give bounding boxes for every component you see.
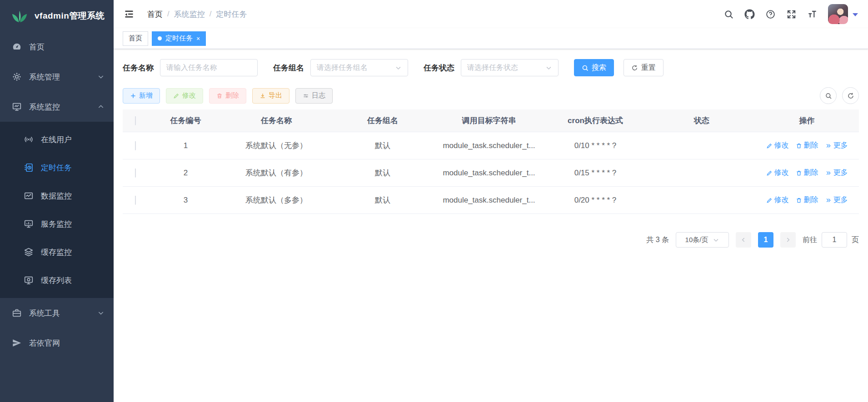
- cell-cron: 0/15 * * * * ?: [542, 169, 649, 178]
- toolbar-right: [820, 87, 859, 104]
- delete-button[interactable]: 删除: [209, 88, 246, 104]
- breadcrumb-home[interactable]: 首页: [147, 9, 163, 20]
- toolbox-icon: [12, 308, 22, 318]
- app-root: vfadmin管理系统 首页 系统管理 系统监控: [0, 0, 868, 402]
- refresh-table-button[interactable]: [842, 87, 859, 104]
- cell-cron: 0/20 * * * * ?: [542, 196, 649, 205]
- page-content: 任务名称 任务组名 请选择任务组名 任务状态 请选择任务状态: [114, 49, 868, 248]
- sidebar-item-label: 数据监控: [41, 191, 72, 201]
- monitor-chart-icon: [12, 102, 22, 112]
- chevron-down-icon: [97, 309, 105, 317]
- sidebar-item-label: 系统工具: [29, 308, 60, 318]
- sidebar-item-label: 定时任务: [41, 163, 72, 173]
- edit-icon: [173, 93, 180, 99]
- font-size-icon[interactable]: [807, 9, 818, 20]
- search-icon[interactable]: [723, 9, 734, 20]
- row-checkbox[interactable]: [135, 196, 136, 205]
- reset-button-label: 重置: [641, 63, 656, 73]
- server-screen-icon: [24, 219, 34, 229]
- search-icon: [582, 65, 589, 71]
- search-button[interactable]: 搜索: [574, 59, 614, 76]
- row-edit-link[interactable]: 修改: [766, 141, 789, 150]
- delete-button-label: 删除: [225, 91, 239, 100]
- row-more-link[interactable]: 更多: [825, 141, 848, 150]
- row-edit-link[interactable]: 修改: [766, 195, 789, 205]
- row-checkbox[interactable]: [135, 141, 136, 150]
- row-delete-link[interactable]: 删除: [796, 141, 818, 150]
- row-delete-link[interactable]: 删除: [796, 168, 818, 178]
- tag-home[interactable]: 首页: [123, 31, 148, 46]
- chevron-up-icon: [97, 103, 105, 110]
- add-button[interactable]: 新增: [123, 88, 160, 104]
- tag-scheduled-tasks[interactable]: 定时任务 ×: [152, 31, 206, 46]
- sidebar-item-home[interactable]: 首页: [0, 32, 114, 62]
- navbar: 首页 / 系统监控 / 定时任务: [114, 0, 868, 28]
- trash-icon: [796, 197, 802, 203]
- sidebar-item-scheduled-tasks[interactable]: 定时任务: [0, 154, 114, 182]
- sidebar-item-cache-list[interactable]: 缓存列表: [0, 266, 114, 294]
- export-button[interactable]: 导出: [252, 88, 289, 104]
- row-more-link[interactable]: 更多: [825, 168, 848, 178]
- edit-icon: [766, 143, 773, 149]
- task-status-select[interactable]: 请选择任务状态: [461, 59, 559, 76]
- edit-button[interactable]: 修改: [166, 88, 203, 104]
- edit-icon: [766, 197, 773, 203]
- log-button[interactable]: 日志: [295, 88, 333, 104]
- filter-form: 任务名称 任务组名 请选择任务组名 任务状态 请选择任务状态: [123, 59, 859, 76]
- sidebar-collapse-icon[interactable]: [124, 9, 135, 20]
- cell-invoke-target: module_task.scheduler_t...: [436, 169, 542, 178]
- sidebar-item-server-monitor[interactable]: 服务监控: [0, 210, 114, 238]
- goto-page-input[interactable]: [822, 232, 847, 248]
- table-header-row: 任务编号 任务名称 任务组名 调用目标字符串 cron执行表达式 状态 操作: [123, 109, 859, 132]
- page-size-select[interactable]: 10条/页: [676, 232, 729, 248]
- sidebar-item-data-monitor[interactable]: 数据监控: [0, 182, 114, 210]
- sidebar-item-system-tools[interactable]: 系统工具: [0, 298, 114, 328]
- sidebar-item-online-users[interactable]: 在线用户: [0, 125, 114, 154]
- task-status-label: 任务状态: [424, 63, 454, 73]
- row-delete-link[interactable]: 删除: [796, 195, 818, 205]
- user-avatar[interactable]: [828, 4, 848, 24]
- prev-page-button[interactable]: [736, 232, 751, 248]
- column-header-task-name: 任务名称: [223, 115, 329, 126]
- double-arrow-icon: [825, 143, 832, 149]
- log-icon: [303, 93, 309, 99]
- sidebar-item-cache-monitor[interactable]: 缓存监控: [0, 238, 114, 266]
- row-more-link[interactable]: 更多: [825, 195, 848, 205]
- edit-button-label: 修改: [182, 91, 196, 100]
- column-header-task-group: 任务组名: [329, 115, 436, 126]
- chevron-right-icon: [785, 237, 791, 243]
- paper-plane-icon: [12, 338, 22, 348]
- cell-task-group: 默认: [329, 195, 436, 205]
- sidebar-item-system-manage[interactable]: 系统管理: [0, 62, 114, 92]
- app-logo[interactable]: vfadmin管理系统: [0, 0, 114, 32]
- search-button-label: 搜索: [592, 63, 606, 73]
- help-icon[interactable]: [765, 9, 776, 20]
- pagination-goto: 前往 页: [803, 232, 859, 248]
- github-icon[interactable]: [744, 9, 755, 20]
- toggle-search-button[interactable]: [820, 87, 837, 104]
- trash-icon: [796, 143, 802, 149]
- sidebar-item-official-site[interactable]: 若依官网: [0, 328, 114, 358]
- next-page-button[interactable]: [780, 232, 796, 248]
- add-button-label: 新增: [139, 91, 153, 100]
- row-checkbox[interactable]: [135, 169, 136, 178]
- sidebar-item-label: 在线用户: [41, 134, 72, 145]
- tag-close-icon[interactable]: ×: [196, 35, 200, 42]
- select-all-checkbox[interactable]: [135, 116, 136, 125]
- double-arrow-icon: [825, 170, 832, 176]
- column-header-task-id: 任务编号: [148, 115, 223, 126]
- page-number-button[interactable]: 1: [758, 232, 773, 248]
- fullscreen-icon[interactable]: [786, 9, 797, 20]
- task-name-input[interactable]: [166, 64, 251, 72]
- table-row: 2 系统默认（有参） 默认 module_task.scheduler_t...…: [123, 159, 859, 187]
- user-menu[interactable]: [828, 4, 858, 24]
- reset-button[interactable]: 重置: [624, 59, 663, 76]
- pagination-total: 共 3 条: [646, 235, 669, 245]
- row-edit-link[interactable]: 修改: [766, 168, 789, 178]
- log-button-label: 日志: [312, 91, 325, 100]
- task-group-select[interactable]: 请选择任务组名: [310, 59, 408, 76]
- plus-icon: [130, 93, 136, 99]
- table-row: 3 系统默认（多参） 默认 module_task.scheduler_t...…: [123, 187, 859, 214]
- sidebar-item-system-monitor[interactable]: 系统监控: [0, 92, 114, 122]
- cell-task-group: 默认: [329, 140, 436, 151]
